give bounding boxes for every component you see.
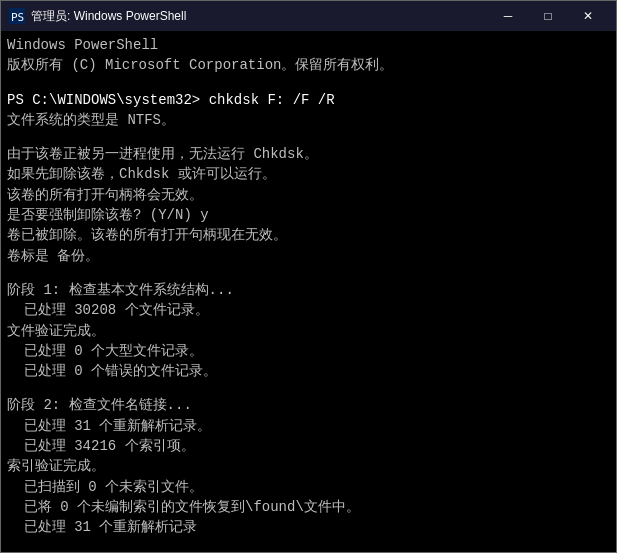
blank-line — [7, 538, 610, 552]
terminal-line: 文件验证完成。 — [7, 321, 610, 341]
terminal-line: PS C:\WINDOWS\system32> chkdsk F: /F /R — [7, 90, 610, 110]
terminal-content[interactable]: Windows PowerShell版权所有 (C) Microsoft Cor… — [1, 31, 616, 552]
terminal-line: 已处理 31 个重新解析记录。 — [7, 416, 610, 436]
blank-line — [7, 381, 610, 395]
terminal-line: 由于该卷正被另一进程使用，无法运行 Chkdsk。 — [7, 144, 610, 164]
terminal-line: 已处理 0 个错误的文件记录。 — [7, 361, 610, 381]
terminal-line: 是否要强制卸除该卷? (Y/N) y — [7, 205, 610, 225]
window-controls: ─ □ ✕ — [488, 1, 608, 31]
terminal-line: 版权所有 (C) Microsoft Corporation。保留所有权利。 — [7, 55, 610, 75]
blank-line — [7, 266, 610, 280]
terminal-line: 已将 0 个未编制索引的文件恢复到\found\文件中。 — [7, 497, 610, 517]
terminal-line: 卷已被卸除。该卷的所有打开句柄现在无效。 — [7, 225, 610, 245]
maximize-button[interactable]: □ — [528, 1, 568, 31]
title-bar: PS 管理员: Windows PowerShell ─ □ ✕ — [1, 1, 616, 31]
blank-line — [7, 130, 610, 144]
terminal-line: 已处理 30208 个文件记录。 — [7, 300, 610, 320]
terminal-line: 已处理 34216 个索引项。 — [7, 436, 610, 456]
terminal-line: 如果先卸除该卷，Chkdsk 或许可以运行。 — [7, 164, 610, 184]
window-title: 管理员: Windows PowerShell — [31, 8, 488, 25]
terminal-line: 阶段 2: 检查文件名链接... — [7, 395, 610, 415]
terminal-line: 阶段 1: 检查基本文件系统结构... — [7, 280, 610, 300]
terminal-line: 索引验证完成。 — [7, 456, 610, 476]
powershell-window: PS 管理员: Windows PowerShell ─ □ ✕ Windows… — [0, 0, 617, 553]
terminal-line: 已处理 31 个重新解析记录 — [7, 517, 610, 537]
powershell-icon: PS — [9, 8, 25, 24]
terminal-line: 文件系统的类型是 NTFS。 — [7, 110, 610, 130]
svg-text:PS: PS — [11, 11, 24, 24]
terminal-line: Windows PowerShell — [7, 35, 610, 55]
terminal-line: 该卷的所有打开句柄将会无效。 — [7, 185, 610, 205]
close-button[interactable]: ✕ — [568, 1, 608, 31]
minimize-button[interactable]: ─ — [488, 1, 528, 31]
terminal-line: 卷标是 备份。 — [7, 246, 610, 266]
blank-line — [7, 76, 610, 90]
terminal-line: 已扫描到 0 个未索引文件。 — [7, 477, 610, 497]
terminal-line: 已处理 0 个大型文件记录。 — [7, 341, 610, 361]
